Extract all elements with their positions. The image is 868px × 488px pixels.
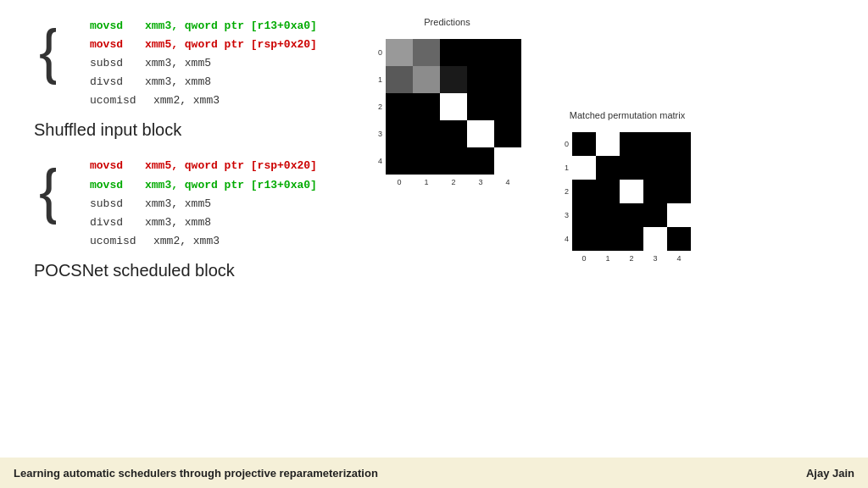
svg-text:{: { bbox=[39, 17, 56, 85]
b-code-line-2: movsd xmm3, qword ptr [r13+0xa0] bbox=[90, 176, 348, 195]
b-op-4: xmm3, xmm8 bbox=[145, 214, 211, 232]
instr-2: movsd bbox=[90, 36, 145, 54]
bottom-code-group: { movsd xmm5, qword ptr [rsp+0x20] movsd… bbox=[25, 157, 348, 250]
b-op-2: xmm3, qword ptr [r13+0xa0] bbox=[145, 176, 317, 195]
op-3: xmm3, xmm5 bbox=[145, 54, 211, 73]
b-code-line-1: movsd xmm5, qword ptr [rsp+0x20] bbox=[90, 157, 348, 175]
instr-3: subsd bbox=[90, 54, 145, 73]
op-4: xmm3, xmm8 bbox=[145, 73, 211, 92]
code-line-3: subsd xmm3, xmm5 bbox=[90, 54, 348, 73]
instr-1: movsd bbox=[90, 17, 145, 36]
b-op-1: xmm5, qword ptr [rsp+0x20] bbox=[145, 157, 317, 175]
bottom-code-block: movsd xmm5, qword ptr [rsp+0x20] movsd x… bbox=[56, 157, 348, 250]
code-line-1: movsd xmm3, qword ptr [r13+0xa0] bbox=[90, 17, 348, 36]
permutation-chart-container: Matched permutation matrix bbox=[555, 110, 699, 268]
b-op-3: xmm3, xmm5 bbox=[145, 195, 211, 214]
bottom-block-title: POCSNet scheduled block bbox=[25, 261, 348, 280]
permutation-chart-title: Matched permutation matrix bbox=[570, 110, 685, 120]
code-line-2: movsd xmm5, qword ptr [rsp+0x20] bbox=[90, 36, 348, 54]
svg-text:{: { bbox=[39, 157, 56, 225]
main-content: { movsd xmm3, qword ptr [r13+0xa0] movsd… bbox=[0, 0, 868, 458]
instr-5: ucomisd bbox=[90, 92, 153, 110]
predictions-chart-title: Predictions bbox=[424, 17, 470, 27]
b-instr-1: movsd bbox=[90, 157, 145, 175]
permutation-canvas bbox=[555, 124, 699, 268]
b-code-line-5: ucomisd xmm2, xmm3 bbox=[90, 232, 348, 251]
predictions-chart-container: Predictions bbox=[364, 17, 530, 196]
footer: Learning automatic schedulers through pr… bbox=[0, 458, 868, 488]
op-2: xmm5, qword ptr [rsp+0x20] bbox=[145, 36, 317, 54]
top-code-block: movsd xmm3, qword ptr [r13+0xa0] movsd x… bbox=[56, 17, 348, 110]
b-instr-2: movsd bbox=[90, 176, 145, 195]
op-1: xmm3, qword ptr [r13+0xa0] bbox=[145, 17, 317, 36]
b-code-line-3: subsd xmm3, xmm5 bbox=[90, 195, 348, 214]
footer-title: Learning automatic schedulers through pr… bbox=[14, 467, 378, 480]
code-line-4: divsd xmm3, xmm8 bbox=[90, 73, 348, 92]
b-op-5: xmm2, xmm3 bbox=[153, 232, 220, 251]
left-panel: { movsd xmm3, qword ptr [r13+0xa0] movsd… bbox=[25, 17, 348, 449]
predictions-canvas bbox=[364, 30, 530, 196]
b-code-line-4: divsd xmm3, xmm8 bbox=[90, 214, 348, 232]
code-line-5: ucomisd xmm2, xmm3 bbox=[90, 92, 348, 110]
top-code-group: { movsd xmm3, qword ptr [r13+0xa0] movsd… bbox=[25, 17, 348, 110]
instr-4: divsd bbox=[90, 73, 145, 92]
right-panel: Predictions Matched permutation matrix bbox=[348, 17, 843, 449]
b-instr-3: subsd bbox=[90, 195, 145, 214]
top-block-title: Shuffled input block bbox=[25, 120, 348, 140]
bottom-brace-svg: { bbox=[25, 157, 56, 233]
b-instr-4: divsd bbox=[90, 214, 145, 232]
op-5: xmm2, xmm3 bbox=[153, 92, 220, 110]
chart-area: Predictions Matched permutation matrix bbox=[364, 17, 699, 268]
b-instr-5: ucomisd bbox=[90, 232, 153, 251]
top-brace-svg: { bbox=[25, 17, 56, 93]
footer-author: Ajay Jain bbox=[806, 467, 854, 480]
